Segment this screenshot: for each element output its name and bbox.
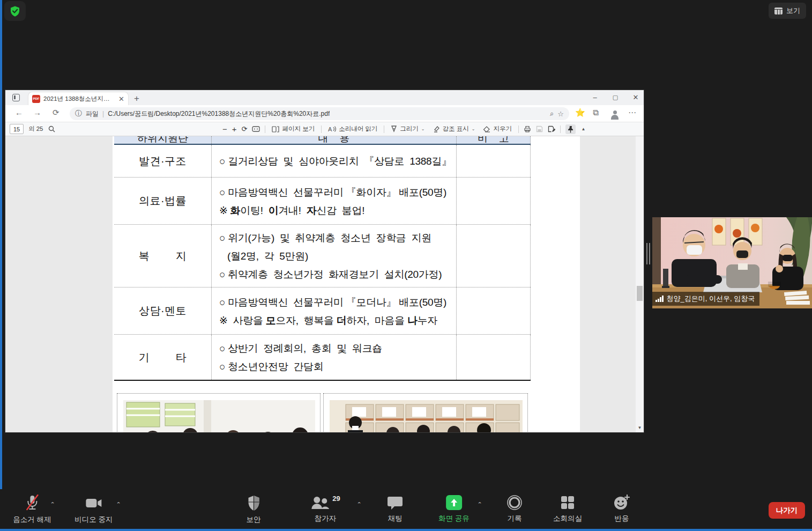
participant-names: 청양_김은미, 이선우, 임창국 — [667, 294, 755, 304]
participants-label: 참가자 — [315, 514, 337, 523]
pdf-zoom-out-icon[interactable]: − — [222, 124, 227, 134]
more-menu-icon[interactable]: ⋯ — [628, 108, 636, 117]
row-line: ○ 마음방역백신 선물꾸러미 『모더나』 배포(50명) — [219, 293, 456, 312]
record-button[interactable]: 기록 — [506, 495, 523, 523]
address-bar[interactable]: ⓘ 파일 | C:/Users/꿈드림/Desktop/2021년%201388… — [70, 107, 569, 120]
reactions-label: 반응 — [615, 514, 629, 523]
stop-video-button[interactable]: 비디오 중지 — [75, 495, 113, 525]
pdf-highlight-button[interactable]: 강조 표시 ⌄ — [431, 124, 477, 134]
audio-options-chevron[interactable]: ⌃ — [50, 501, 55, 508]
address-divider: | — [102, 110, 104, 117]
table-header-category: 하위지원단 — [137, 136, 188, 144]
gallery-view-icon — [774, 8, 783, 14]
pdf-page-number-input[interactable] — [10, 124, 24, 134]
browser-tab-active[interactable]: PDF 2021년 1388청소년지원단 총회 ✕ — [28, 92, 129, 105]
pdf-scrollbar[interactable]: ▼ — [636, 136, 644, 432]
participants-icon — [310, 495, 330, 511]
zoom-meeting-screen: 보기 PDF 2021년 1388청소년지원단 총회 ✕ + – ▢ ✕ ← →… — [0, 0, 812, 531]
share-screen-label: 화면 공유 — [438, 514, 470, 523]
reactions-smiley-icon — [613, 495, 630, 511]
back-icon[interactable]: ← — [15, 108, 23, 117]
pdf-search-icon[interactable] — [48, 126, 55, 132]
video-panel-handle[interactable] — [646, 243, 651, 264]
favorite-star-icon[interactable]: ☆ — [557, 110, 564, 118]
participant-video-tile[interactable]: 청양_김은미, 이선우, 임창국 — [652, 217, 812, 308]
participants-options-chevron[interactable]: ⌃ — [356, 501, 361, 508]
pdf-toolbar-pin-button[interactable] — [565, 124, 576, 134]
participants-count-badge: 29 — [332, 495, 340, 503]
leave-meeting-button[interactable]: 나가기 — [769, 502, 805, 519]
chat-button[interactable]: 채팅 — [387, 495, 403, 523]
row-line: ※ 화이팅! 이겨내! 자신감 붐업! — [219, 202, 456, 220]
record-label: 기록 — [508, 514, 522, 523]
favorites-hub-icon[interactable]: ⭐ — [575, 108, 585, 117]
security-label: 보안 — [247, 515, 261, 525]
share-options-chevron[interactable]: ⌃ — [477, 501, 482, 508]
chat-label: 채팅 — [388, 514, 403, 523]
pdf-rotate-icon[interactable]: ⟳ — [242, 125, 248, 133]
forward-icon[interactable]: → — [33, 108, 41, 117]
table-row: 발견·구조 ○ 길거리상담 및 심야아웃리치 『상담로 1388길』 — [114, 145, 531, 178]
row-line: ○ 취약계층 청소년가정 화재경보기 설치(20가정) — [219, 266, 456, 284]
pdf-zoom-in-icon[interactable]: + — [232, 124, 237, 134]
highlighter-icon — [433, 126, 440, 132]
view-button-label: 보기 — [786, 6, 800, 16]
view-mode-button[interactable]: 보기 — [769, 3, 806, 19]
table-row: 복 지 ○ 위기(가능) 및 취약계층 청소년 장학금 지원 (월2명, 각 5… — [114, 225, 531, 287]
pdf-table: 하위지원단 내 용 비 고 발견·구조 ○ 길거리상담 및 심야아웃리치 『상담… — [114, 136, 531, 381]
table-header-row: 하위지원단 내 용 비 고 — [114, 136, 531, 145]
pdf-erase-button[interactable]: 지우기 — [481, 124, 513, 134]
security-button[interactable]: 보안 — [247, 495, 261, 525]
pdf-photos-section — [117, 393, 530, 432]
pdf-page-view-button[interactable]: 페이지 보기 — [270, 124, 316, 134]
meeting-info-shield-button[interactable] — [4, 1, 26, 21]
browser-window: PDF 2021년 1388청소년지원단 총회 ✕ + – ▢ ✕ ← → ⟳ … — [5, 90, 644, 432]
table-row: 기 타 ○ 상반기 정례회의, 총회 및 워크숍 ○ 청소년안전망 간담회 — [114, 335, 531, 381]
save-as-icon[interactable] — [548, 126, 555, 132]
reactions-button[interactable]: 반응 — [613, 495, 630, 523]
zoom-page-icon[interactable]: ⌕ — [550, 109, 554, 118]
pdf-read-aloud-button[interactable]: A 소리내어 읽기 — [326, 124, 379, 134]
share-screen-icon — [444, 495, 464, 511]
row-line: ○ 위기(가능) 및 취약계층 청소년 장학금 지원 — [219, 229, 456, 247]
scrollbar-thumb[interactable] — [637, 286, 643, 301]
row-note — [457, 178, 531, 224]
highlight-dropdown-chevron[interactable]: ⌄ — [472, 127, 475, 131]
row-note — [457, 335, 531, 380]
vertical-tabs-icon[interactable] — [12, 94, 20, 101]
eraser-icon — [483, 126, 490, 132]
window-close-button[interactable]: ✕ — [625, 90, 646, 105]
read-aloud-icon: A — [328, 126, 336, 132]
new-tab-button[interactable]: + — [134, 93, 139, 104]
pdf-toolbar: 의 25 − + ⟳ 페이지 보기 A 소리내어 읽기 — [5, 122, 644, 136]
print-icon[interactable] — [524, 126, 531, 132]
address-scheme-label: 파일 — [86, 109, 99, 119]
pdf-draw-button[interactable]: 그리기 ⌄ — [389, 124, 426, 134]
meeting-controls-toolbar: 음소거 해제 ⌃ 비디오 중지 ⌃ 보안 — [0, 489, 812, 529]
shield-check-icon — [9, 5, 21, 17]
breakout-rooms-button[interactable]: 소회의실 — [553, 495, 582, 523]
refresh-icon[interactable]: ⟳ — [53, 108, 59, 117]
pdf-file-icon: PDF — [32, 95, 40, 103]
window-restore-button[interactable]: ▢ — [605, 90, 626, 105]
video-camera-icon — [85, 495, 103, 512]
draw-pen-icon — [391, 126, 397, 132]
pdf-fit-page-icon[interactable] — [252, 126, 260, 132]
window-minimize-button[interactable]: – — [584, 90, 606, 105]
video-options-chevron[interactable]: ⌃ — [116, 501, 121, 508]
share-screen-button[interactable]: 화면 공유 — [438, 495, 470, 523]
save-icon-disabled — [536, 126, 543, 132]
scroll-up-arrow[interactable]: ▲ — [580, 127, 586, 131]
draw-dropdown-chevron[interactable]: ⌄ — [421, 127, 425, 131]
breakout-rooms-icon — [560, 495, 576, 511]
tab-close-icon[interactable]: ✕ — [118, 95, 124, 102]
participant-name-label: 청양_김은미, 이선우, 임창국 — [652, 292, 759, 306]
collections-icon[interactable]: ⧉ — [593, 108, 599, 117]
pin-icon — [567, 126, 574, 133]
page-info-icon[interactable]: ⓘ — [75, 109, 82, 119]
participants-button[interactable]: 29 참가자 — [310, 495, 340, 523]
tab-title: 2021년 1388청소년지원단 총회 — [43, 95, 115, 103]
unmute-button[interactable]: 음소거 해제 — [13, 495, 51, 525]
row-category: 의료·법률 — [114, 178, 212, 224]
scroll-down-arrow[interactable]: ▼ — [637, 425, 643, 430]
